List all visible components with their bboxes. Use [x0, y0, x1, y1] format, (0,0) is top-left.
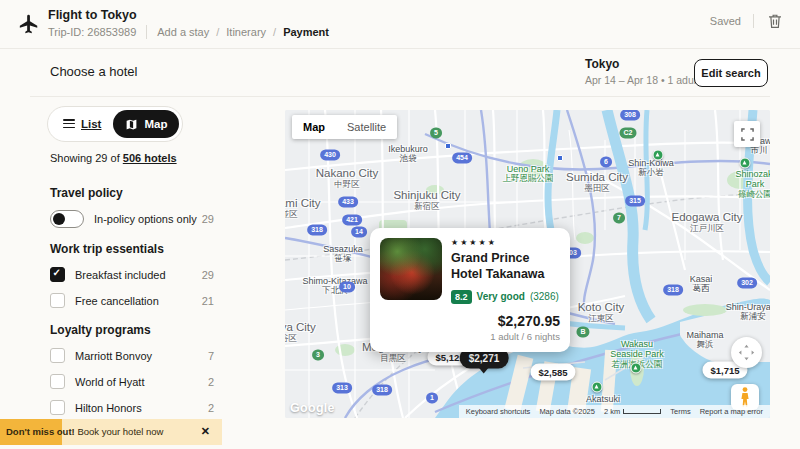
route-shield-icon: 454: [452, 152, 472, 163]
tab-list[interactable]: List: [51, 110, 113, 138]
filter-label: World of Hyatt: [75, 376, 208, 388]
breadcrumb-add-a-stay[interactable]: Add a stay: [157, 26, 209, 38]
close-icon[interactable]: ✕: [201, 425, 210, 438]
hotel-card[interactable]: ★★★★★ Grand Prince Hotel Takanawa 8.2 Ve…: [370, 228, 570, 352]
route-shield-icon: 315: [625, 195, 645, 206]
station-marker-icon[interactable]: [557, 155, 563, 161]
hotel-photo: [380, 238, 442, 300]
filter-label: Breakfast included: [75, 269, 202, 281]
view-toggle: List Map: [47, 106, 183, 142]
map-label-city: Edogawa City江戸川区: [672, 211, 743, 234]
filter-row-free-cancellation[interactable]: ✓ Free cancellation 21: [50, 292, 214, 309]
hotel-stars: ★★★★★: [451, 238, 560, 247]
destination-dates: Apr 14 – Apr 18 • 1 adult: [585, 74, 699, 86]
filter-section-travel-policy: Travel policy: [50, 186, 214, 200]
google-logo[interactable]: Google: [290, 401, 335, 415]
checkbox[interactable]: ✓: [50, 267, 65, 282]
breadcrumb-payment[interactable]: Payment: [283, 26, 329, 38]
filter-label: In-policy options only: [94, 213, 202, 225]
station-marker-icon[interactable]: [445, 143, 451, 149]
keyboard-shortcuts-link[interactable]: Keyboard shortcuts: [466, 407, 531, 416]
park-marker-icon[interactable]: [653, 150, 664, 161]
route-shield-icon: 3: [312, 349, 324, 360]
breadcrumb-itinerary[interactable]: Itinerary: [226, 26, 266, 38]
route-shield-icon: 433: [338, 196, 358, 207]
route-shield-icon: 10: [339, 281, 355, 292]
route-shield-icon: 318: [663, 284, 683, 295]
pan-control[interactable]: [731, 337, 762, 368]
saved-status: Saved: [710, 15, 741, 27]
map-price-marker[interactable]: $2,585: [530, 364, 575, 381]
app-root: Flight to Tokyo Trip-ID: 26853989 Add a …: [0, 0, 800, 449]
map-type-satellite-button[interactable]: Satellite: [336, 115, 397, 139]
checkbox[interactable]: ✓: [50, 374, 65, 389]
park-marker-icon[interactable]: [631, 363, 642, 374]
breadcrumb: Add a stay / Itinerary / Payment: [157, 26, 329, 38]
scale-bar: 2 km: [604, 407, 661, 416]
map-type-control: Map Satellite: [292, 115, 397, 139]
rating-badge: 8.2: [451, 290, 472, 304]
divider: [30, 96, 770, 97]
filter-row-hilton[interactable]: ✓ Hilton Honors 2: [50, 399, 214, 416]
map-label-station: Kasai葛西: [690, 274, 713, 294]
terms-link[interactable]: Terms: [670, 407, 690, 416]
airplane-icon: [18, 13, 40, 35]
park-marker-icon[interactable]: [740, 158, 751, 169]
route-shield-icon: 313: [332, 382, 352, 393]
list-icon: [63, 119, 75, 129]
edit-search-button[interactable]: Edit search: [694, 59, 768, 87]
trip-title: Flight to Tokyo: [48, 8, 329, 22]
destination-name: Tokyo: [585, 57, 699, 71]
map-label-city: Nakano City中野区: [316, 167, 379, 190]
route-shield-icon: 430: [320, 149, 340, 160]
filter-count: 7: [208, 350, 214, 362]
route-shield-icon: 7: [613, 212, 625, 223]
fullscreen-icon: [741, 128, 754, 141]
map-type-map-button[interactable]: Map: [292, 115, 336, 139]
route-shield-icon: B: [576, 326, 589, 337]
map-label-city: Koto City江東区: [578, 301, 625, 324]
park-marker-icon[interactable]: [592, 382, 603, 393]
filter-row-marriott[interactable]: ✓ Marriott Bonvoy 7: [50, 347, 214, 364]
map-label-station: Shin-Koiwa新小岩: [628, 158, 674, 178]
pegman-icon: [739, 387, 751, 407]
route-shield-icon: 308: [620, 110, 640, 121]
map-label-station: Ikebukuro池袋: [388, 144, 428, 164]
route-shield-icon: 302: [737, 277, 757, 288]
route-shield-icon: 421: [342, 214, 362, 225]
filter-row-hyatt[interactable]: ✓ World of Hyatt 2: [50, 373, 214, 390]
map-data-label: Map data ©2025: [539, 407, 595, 416]
fullscreen-button[interactable]: [734, 121, 760, 147]
checkbox[interactable]: ✓: [50, 293, 65, 308]
checkbox[interactable]: ✓: [50, 348, 65, 363]
trash-icon[interactable]: [766, 12, 784, 30]
map-canvas[interactable]: Ikebukuro池袋Nakano City中野区Shinjuku City新宿…: [285, 110, 770, 418]
in-policy-toggle[interactable]: [50, 210, 84, 228]
promo-banner[interactable]: Don't miss out! Book your hotel now ✕: [0, 419, 222, 445]
filter-row-breakfast[interactable]: ✓ Breakfast included 29: [50, 266, 214, 283]
map-label-city: Suginami City杉並区: [285, 197, 320, 220]
results-count: Showing 29 of 506 hotels: [50, 152, 177, 164]
route-shield-icon: 14: [351, 226, 367, 237]
report-error-link[interactable]: Report a map error: [700, 407, 763, 416]
filter-count: 29: [202, 269, 214, 281]
filter-label: Marriott Bonvoy: [75, 350, 208, 362]
map-label-station: Sasazuka笹塚: [323, 244, 363, 264]
filter-row-in-policy[interactable]: In-policy options only 29: [50, 210, 214, 228]
hotels-count-link[interactable]: 506 hotels: [123, 152, 177, 164]
filter-count: 2: [208, 376, 214, 388]
map-label-park: Shinozaki Park篠崎公園: [735, 169, 770, 199]
route-shield-icon: C2: [620, 127, 637, 138]
route-shield-icon: 318: [307, 224, 327, 235]
hotel-price-details: 1 adult / 6 nights: [380, 331, 560, 342]
checkbox[interactable]: ✓: [50, 400, 65, 415]
filter-section-loyalty: Loyalty programs: [50, 323, 214, 337]
hotel-price: $2,270.95: [380, 313, 560, 329]
filter-count: 2: [208, 402, 214, 414]
tab-map[interactable]: Map: [113, 110, 179, 138]
banner-text: Don't miss out! Book your hotel now: [6, 426, 164, 437]
divider: [146, 25, 147, 39]
review-count: (3286): [530, 291, 559, 302]
filter-label: Free cancellation: [75, 295, 202, 307]
route-shield-icon: 6: [600, 156, 612, 167]
